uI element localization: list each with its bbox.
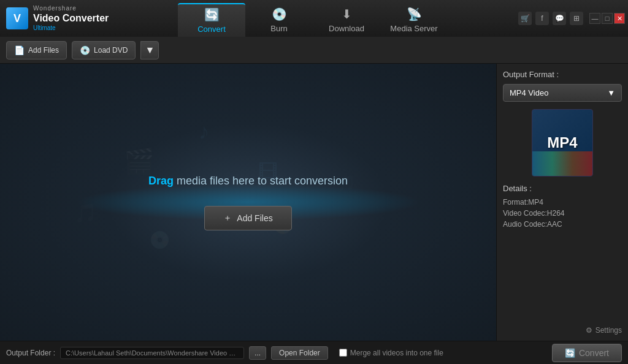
tab-burn[interactable]: 💿 Burn (245, 3, 313, 37)
convert-label: Convert (579, 348, 609, 358)
minimize-button[interactable]: — (589, 13, 600, 24)
load-dvd-dropdown[interactable]: ▼ (140, 41, 159, 59)
browse-button[interactable]: ... (249, 346, 266, 360)
detail-audio-codec: Audio Codec:AAC (503, 220, 622, 229)
load-dvd-label: Load DVD (94, 46, 128, 55)
main-layout: 🎬 ♪ 🎵 💿 🎞 📀 🎵 Drag media files here to s… (0, 64, 628, 341)
detail-format: Format:MP4 (503, 198, 622, 207)
cart-icon[interactable]: 🛒 (518, 12, 532, 25)
tab-convert[interactable]: 🔄 Convert (178, 3, 245, 37)
merge-checkbox-area[interactable]: Merge all videos into one file (339, 349, 443, 357)
settings-link[interactable]: ⚙ Settings (503, 326, 622, 335)
add-files-label: Add Files (28, 46, 59, 55)
mp4-image-strip (532, 151, 592, 176)
status-bar: Output Folder : C:\Users\Lahaul Seth\Doc… (0, 341, 628, 364)
burn-tab-icon: 💿 (272, 7, 287, 21)
load-dvd-button[interactable]: 💿 Load DVD (72, 41, 136, 59)
grid-icon[interactable]: ⊞ (570, 12, 583, 25)
brand-main: Video Converter (33, 12, 109, 24)
convert-tab-icon: 🔄 (204, 7, 220, 22)
merge-label: Merge all videos into one file (350, 349, 443, 357)
output-folder-label: Output Folder : (6, 349, 55, 357)
settings-label: Settings (595, 326, 622, 335)
convert-button[interactable]: 🔄 Convert (552, 344, 622, 362)
format-value: MP4 Video (510, 88, 548, 97)
add-files-button[interactable]: 📄 Add Files (6, 41, 67, 59)
settings-gear-icon: ⚙ (586, 326, 592, 335)
drop-text-rest: media files here to start conversion (174, 175, 348, 187)
app-title-block: Wondershare Video Converter Ultimate (33, 5, 109, 31)
open-folder-button[interactable]: Open Folder (271, 346, 328, 360)
add-files-icon: 📄 (14, 45, 25, 55)
format-dropdown-arrow-icon: ▼ (607, 88, 615, 97)
merge-checkbox[interactable] (339, 349, 347, 357)
details-label: Details : (503, 184, 622, 193)
title-bar: V Wondershare Video Converter Ultimate 🔄… (0, 0, 628, 37)
drop-text-bold: Drag (148, 175, 174, 187)
tab-burn-label: Burn (270, 24, 287, 33)
output-folder-path: C:\Users\Lahaul Seth\Documents\Wondersha… (60, 347, 244, 359)
drop-zone[interactable]: 🎬 ♪ 🎵 💿 🎞 📀 🎵 Drag media files here to s… (0, 64, 496, 341)
mp4-label: MP4 (547, 134, 577, 151)
nav-tabs: 🔄 Convert 💿 Burn ⬇ Download 📡 Media Serv… (178, 0, 518, 37)
app-branding: V Wondershare Video Converter Ultimate (0, 5, 178, 31)
toolbar: 📄 Add Files 💿 Load DVD ▼ (0, 37, 628, 64)
mp4-thumbnail: MP4 (532, 109, 593, 176)
mp4-preview: MP4 (503, 109, 622, 176)
load-dvd-icon: 💿 (80, 45, 90, 55)
add-files-plus-icon: ＋ (223, 213, 232, 224)
maximize-button[interactable]: □ (602, 13, 613, 24)
drop-text: Drag media files here to start conversio… (148, 175, 348, 188)
add-files-dropzone-label: Add Files (237, 213, 272, 223)
tab-media-server-label: Media Server (390, 24, 437, 33)
detail-video-codec: Video Codec:H264 (503, 209, 622, 218)
right-panel: Output Format : MP4 Video ▼ MP4 Details … (496, 64, 628, 341)
title-bar-icons: 🛒 f 💬 ⊞ (518, 12, 583, 25)
tab-download[interactable]: ⬇ Download (313, 3, 380, 37)
media-server-tab-icon: 📡 (407, 7, 422, 21)
download-tab-icon: ⬇ (342, 7, 352, 21)
close-button[interactable]: ✕ (614, 13, 625, 24)
tab-media-server[interactable]: 📡 Media Server (380, 3, 448, 37)
app-logo: V (6, 7, 28, 29)
format-dropdown[interactable]: MP4 Video ▼ (503, 84, 622, 102)
tab-download-label: Download (329, 24, 364, 33)
tab-convert-label: Convert (197, 25, 226, 34)
chat-icon[interactable]: 💬 (553, 12, 566, 25)
convert-icon: 🔄 (565, 348, 575, 358)
facebook-icon[interactable]: f (535, 12, 549, 25)
output-format-label: Output Format : (503, 70, 622, 79)
brand-top: Wondershare (33, 5, 109, 12)
add-files-dropzone-button[interactable]: ＋ Add Files (204, 206, 291, 230)
brand-sub: Ultimate (33, 25, 109, 32)
window-controls: — □ ✕ (589, 13, 628, 24)
details-section: Details : Format:MP4 Video Codec:H264 Au… (503, 184, 622, 321)
